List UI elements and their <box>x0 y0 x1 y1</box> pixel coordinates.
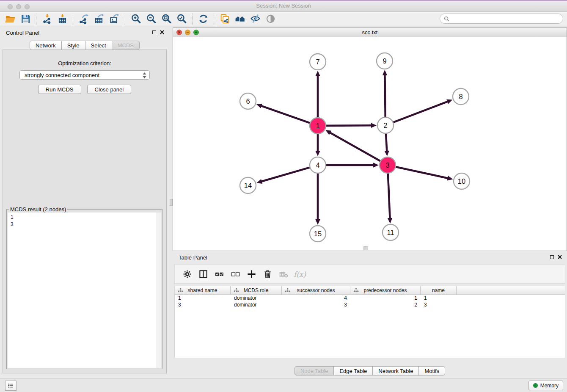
panel-divider[interactable] <box>169 26 173 378</box>
minimize-window-button[interactable] <box>16 4 21 9</box>
graph-node-3[interactable]: 3 <box>380 157 396 173</box>
gear-button[interactable] <box>180 268 194 281</box>
split-view-button[interactable] <box>196 268 210 281</box>
cell-mcds-role[interactable]: dominator <box>231 301 282 308</box>
graph-node-6[interactable]: 6 <box>240 93 256 109</box>
column-header-mcds-role[interactable]: MCDS role <box>231 286 282 294</box>
graph-edge-1-4[interactable] <box>315 134 320 156</box>
graph-edge-4-15[interactable] <box>315 174 320 225</box>
refresh-layout-button[interactable] <box>195 13 211 25</box>
export-network-button[interactable] <box>76 13 91 25</box>
zoom-out-button[interactable] <box>143 13 159 25</box>
graph-node-9[interactable]: 9 <box>377 53 393 69</box>
search-box[interactable] <box>440 14 563 24</box>
column-header-name[interactable]: name <box>421 286 457 294</box>
graph-node-7[interactable]: 7 <box>310 54 326 70</box>
cell-name[interactable]: 1 <box>421 295 457 301</box>
graph-edge-2-3[interactable] <box>384 134 389 156</box>
graph-node-14[interactable]: 14 <box>240 177 256 193</box>
graph-edge-3-11[interactable] <box>388 174 392 224</box>
graph-edge-1-2[interactable] <box>326 123 377 127</box>
zoom-selected-button[interactable] <box>174 13 189 25</box>
float-table-panel-icon[interactable] <box>550 255 554 259</box>
hide-selected-button[interactable] <box>248 13 263 25</box>
cell-shared-name[interactable]: 3 <box>175 301 231 308</box>
graph-node-1[interactable]: 1 <box>310 118 326 134</box>
tab-network[interactable]: Network <box>30 41 62 50</box>
run-mcds-button[interactable]: Run MCDS <box>38 85 81 94</box>
deselect-all-checkboxes-button[interactable] <box>228 268 242 281</box>
graph-edge-2-8[interactable] <box>394 99 453 122</box>
close-view-button[interactable] <box>176 30 182 35</box>
graph-edge-1-6[interactable] <box>256 104 310 123</box>
search-input[interactable] <box>451 15 559 22</box>
close-window-button[interactable] <box>8 4 13 9</box>
zoom-in-button[interactable] <box>128 13 143 25</box>
first-neighbors-icon <box>235 14 245 24</box>
cell-name[interactable]: 3 <box>421 301 457 308</box>
graph-node-2[interactable]: 2 <box>377 117 394 133</box>
clone-network-button[interactable] <box>217 13 232 25</box>
close-panel-icon[interactable] <box>160 30 164 34</box>
graph-node-15[interactable]: 15 <box>310 226 326 242</box>
save-button[interactable] <box>18 13 33 25</box>
refresh-layout-icon <box>198 14 209 24</box>
delete-column-button[interactable] <box>261 268 275 281</box>
cytoscape-window: Session: New Session Control Panel Netwo… <box>0 0 567 392</box>
graph-node-4[interactable]: 4 <box>310 157 326 173</box>
table-row[interactable]: 3dominator323 <box>175 301 565 308</box>
divider-handle[interactable] <box>170 199 173 206</box>
export-image-button[interactable] <box>107 13 122 25</box>
graph-node-11[interactable]: 11 <box>383 224 399 240</box>
minimize-view-button[interactable] <box>185 30 190 35</box>
network-canvas[interactable]: 1234678910111415 <box>173 37 567 251</box>
import-network-button[interactable] <box>39 13 55 25</box>
export-table-button[interactable] <box>91 13 107 25</box>
import-table-button[interactable] <box>55 13 70 25</box>
table-tab-node-table[interactable]: Node Table <box>295 366 334 375</box>
graph-edge-4-3[interactable] <box>326 163 379 168</box>
add-column-button[interactable] <box>245 268 259 281</box>
float-panel-icon[interactable] <box>152 30 156 34</box>
graph-edge-2-9[interactable] <box>383 70 387 117</box>
graph-edge-1-7[interactable] <box>315 71 320 117</box>
cell-predecessor-nodes[interactable]: 2 <box>350 301 421 308</box>
cell-successor-nodes[interactable]: 3 <box>282 301 350 308</box>
graph-node-8[interactable]: 8 <box>453 88 469 105</box>
cell-successor-nodes[interactable]: 4 <box>282 295 350 301</box>
tab-mcds[interactable]: MCDS <box>112 41 140 50</box>
close-table-panel-icon[interactable] <box>558 255 562 259</box>
cell-mcds-role[interactable]: dominator <box>231 295 282 301</box>
tab-style[interactable]: Style <box>61 41 85 50</box>
first-neighbors-button[interactable] <box>232 13 248 25</box>
cell-shared-name[interactable]: 1 <box>175 295 231 301</box>
task-history-button[interactable] <box>5 381 17 391</box>
select-all-checkboxes-button[interactable] <box>212 268 226 281</box>
graph-node-10[interactable]: 10 <box>454 173 470 189</box>
zoom-fit-button[interactable] <box>159 13 174 25</box>
column-header-shared-name[interactable]: shared name <box>175 286 231 294</box>
tab-select[interactable]: Select <box>85 41 112 50</box>
zoom-view-button[interactable] <box>193 30 199 35</box>
criterion-select[interactable]: strongly connected component <box>19 70 150 80</box>
table-tab-edge-table[interactable]: Edge Table <box>333 366 373 375</box>
graph-edge-4-14[interactable] <box>256 168 310 184</box>
graph-edge-3-1[interactable] <box>325 130 380 161</box>
table-row[interactable]: 1dominator411 <box>175 295 565 301</box>
cell-predecessor-nodes[interactable]: 1 <box>350 295 421 301</box>
toolbar-separator <box>36 14 36 25</box>
open-folder-button[interactable] <box>3 13 18 25</box>
table-tab-motifs[interactable]: Motifs <box>418 366 445 375</box>
column-header-predecessor-nodes[interactable]: predecessor nodes <box>350 286 421 294</box>
canvas-scroll-handle[interactable] <box>363 246 368 250</box>
close-panel-button[interactable]: Close panel <box>87 85 132 94</box>
zoom-window-button[interactable] <box>25 4 30 9</box>
memory-status-dot <box>533 383 538 388</box>
show-graphics-details-button[interactable] <box>263 13 278 25</box>
memory-button[interactable]: Memory <box>528 381 563 390</box>
graph-edge-3-10[interactable] <box>396 167 453 180</box>
result-scrollbar[interactable] <box>157 213 161 368</box>
open-folder-icon <box>5 14 16 24</box>
table-tab-network-table[interactable]: Network Table <box>372 366 419 375</box>
column-header-successor-nodes[interactable]: successor nodes <box>282 286 350 294</box>
